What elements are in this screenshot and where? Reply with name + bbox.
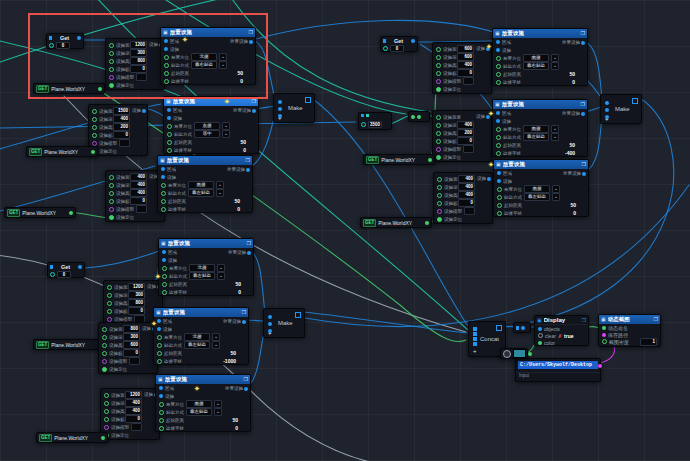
port-edge-input[interactable] xyxy=(164,63,169,68)
port-color-input[interactable] xyxy=(538,341,542,345)
node-header[interactable]: ▣放置设施❐ xyxy=(493,29,587,38)
node-facility-params[interactable]: 设施宽度800设施深度300设施高度600设施标高0设施模型设施定位设施 xyxy=(98,322,158,374)
node-facility-params[interactable]: 设施宽度1200设施深度300设施高度800设施标高0设施模型设施定位设施 xyxy=(105,38,165,90)
node-get-plane-worldxy[interactable]: GETPlane.WorldXY xyxy=(363,154,435,165)
param-value-input[interactable]: 600 xyxy=(457,53,474,61)
node-header[interactable]: ▣放置设施❐ xyxy=(164,97,258,106)
port-clear-input[interactable] xyxy=(538,333,543,338)
file-path-input[interactable]: C:/Users/Skywolf/Desktop xyxy=(518,361,598,369)
port-edge-input[interactable] xyxy=(496,64,501,69)
port-input[interactable] xyxy=(109,59,114,64)
start-distance-value[interactable]: 50 xyxy=(235,281,241,287)
param-value-input[interactable]: 0 xyxy=(113,131,130,139)
port-input[interactable] xyxy=(437,193,442,198)
port-input[interactable] xyxy=(436,123,441,128)
port-orient-input[interactable] xyxy=(496,56,501,61)
param-value-input[interactable]: 300 xyxy=(128,291,145,299)
orientation-dropdown[interactable]: 北侧 xyxy=(191,53,217,61)
port-edge-input[interactable] xyxy=(496,135,501,140)
param-value-input[interactable]: 400 xyxy=(458,191,475,199)
start-distance-value[interactable]: 50 xyxy=(569,71,575,77)
port-input[interactable] xyxy=(436,115,441,120)
port-shift-input[interactable] xyxy=(162,290,167,295)
edge-mode-dropdown[interactable]: 靠左贴边 xyxy=(188,189,214,197)
node-menu-icon[interactable]: ❐ xyxy=(247,241,251,246)
param-value-input[interactable]: 600 xyxy=(123,341,140,349)
port-start-input[interactable] xyxy=(496,143,501,148)
port-output[interactable] xyxy=(69,211,73,215)
port-output[interactable] xyxy=(487,177,491,181)
port-name-input[interactable] xyxy=(602,326,606,330)
port-shift-input[interactable] xyxy=(159,426,164,431)
param-value-input[interactable]: 0 xyxy=(457,137,474,145)
node-relay[interactable] xyxy=(513,322,531,333)
port-input[interactable] xyxy=(107,293,112,298)
port-start-input[interactable] xyxy=(159,418,164,423)
port-orient-input[interactable] xyxy=(162,266,167,271)
port-index-input[interactable] xyxy=(49,43,54,48)
node-relay[interactable] xyxy=(408,111,430,122)
port-input[interactable] xyxy=(605,101,609,105)
port-shift-input[interactable] xyxy=(157,359,162,364)
param-value-input[interactable]: 0 xyxy=(125,415,142,423)
param-value-input[interactable]: 800 xyxy=(128,299,145,307)
clear-value[interactable]: true xyxy=(564,333,573,339)
port-region-input[interactable] xyxy=(167,108,171,112)
port-input[interactable] xyxy=(102,327,107,332)
param-value-input[interactable]: 800 xyxy=(123,325,140,333)
edge-offset-value[interactable]: -1000 xyxy=(223,358,236,364)
port-input[interactable] xyxy=(605,108,609,112)
port-edge-input[interactable] xyxy=(157,343,162,348)
node-header[interactable]: ▣放置设施❐ xyxy=(158,156,252,165)
node-color-picker[interactable] xyxy=(500,348,528,359)
start-distance-value[interactable]: 50 xyxy=(234,198,240,204)
param-value-input[interactable]: 200 xyxy=(113,123,130,131)
port-orient-input[interactable] xyxy=(157,335,162,340)
node-facility-params[interactable]: 设施宽度设施深度400设施高度200设施标高0设施模型设施定位设施 xyxy=(432,110,492,162)
node-place-facility[interactable]: ▣放置设施❐区域放置设施设施布置方位北侧⌄贴边方式靠左贴边⌄起始距离50边缘平移… xyxy=(158,238,254,296)
node-get-plane-worldxy[interactable]: GETPlane.WorldXY xyxy=(4,207,76,218)
port-shift-input[interactable] xyxy=(497,211,502,216)
param-value-input[interactable]: 400 xyxy=(130,189,147,197)
chevron-down-icon[interactable]: ⌄ xyxy=(212,333,220,341)
port-output[interactable] xyxy=(581,112,585,116)
node-place-facility[interactable]: ▣放置设施❐区域放置设施设施布置方位南侧⌄贴边方式靠右贴边⌄起始距离50边缘平移… xyxy=(492,28,588,86)
port-shift-input[interactable] xyxy=(496,80,501,85)
model-value-input[interactable] xyxy=(463,145,474,153)
port-input[interactable] xyxy=(107,285,112,290)
port-input[interactable] xyxy=(92,117,97,122)
port-region-input[interactable] xyxy=(496,111,500,115)
node-menu-icon[interactable] xyxy=(295,312,301,318)
node-place-facility[interactable]: ▣放置设施❐区域放置设施设施布置方位南侧⌄贴边方式靠左贴边⌄起始距离50边缘平移… xyxy=(492,99,588,157)
node-canvas[interactable]: Get0设施宽度1200设施深度300设施高度800设施标高0设施模型设施定位设… xyxy=(0,0,690,461)
port-input[interactable] xyxy=(473,337,477,341)
edge-offset-value[interactable]: 0 xyxy=(238,289,241,295)
model-value-input[interactable] xyxy=(129,357,140,365)
port-input[interactable] xyxy=(516,326,519,330)
node-place-facility[interactable]: ▣放置设施❐区域放置设施设施布置方位南侧⌄贴边方式靠左贴边⌄起始距离50边缘平移… xyxy=(155,374,251,432)
port-start-input[interactable] xyxy=(161,199,166,204)
edge-mode-dropdown[interactable]: 靠左贴边 xyxy=(184,341,210,349)
port-output[interactable] xyxy=(246,168,250,172)
port-input[interactable] xyxy=(109,67,114,72)
port-output[interactable] xyxy=(411,39,415,43)
port-input[interactable] xyxy=(268,322,272,326)
port-index-input[interactable] xyxy=(50,272,55,277)
port-shift-input[interactable] xyxy=(164,79,169,84)
model-value-input[interactable] xyxy=(136,205,147,213)
port-model-input[interactable] xyxy=(92,141,97,146)
node-menu-icon[interactable]: ❐ xyxy=(582,318,586,323)
chevron-down-icon[interactable]: ⌄ xyxy=(217,272,225,280)
chevron-down-icon[interactable]: ⌄ xyxy=(552,193,560,201)
node-make[interactable]: +Make xyxy=(263,308,305,338)
port-orient-input[interactable] xyxy=(496,127,501,132)
chevron-down-icon[interactable]: ⌄ xyxy=(217,264,225,272)
start-distance-value[interactable]: 50 xyxy=(230,350,236,356)
start-distance-value[interactable]: 50 xyxy=(569,142,575,148)
model-value-input[interactable] xyxy=(136,73,147,81)
chevron-down-icon[interactable]: ⌄ xyxy=(552,185,560,193)
edge-offset-value[interactable]: 0 xyxy=(572,79,575,85)
node-header[interactable]: ▣放置设施❐ xyxy=(493,100,587,109)
port-output[interactable] xyxy=(247,251,251,255)
port-region-input[interactable] xyxy=(164,39,168,43)
